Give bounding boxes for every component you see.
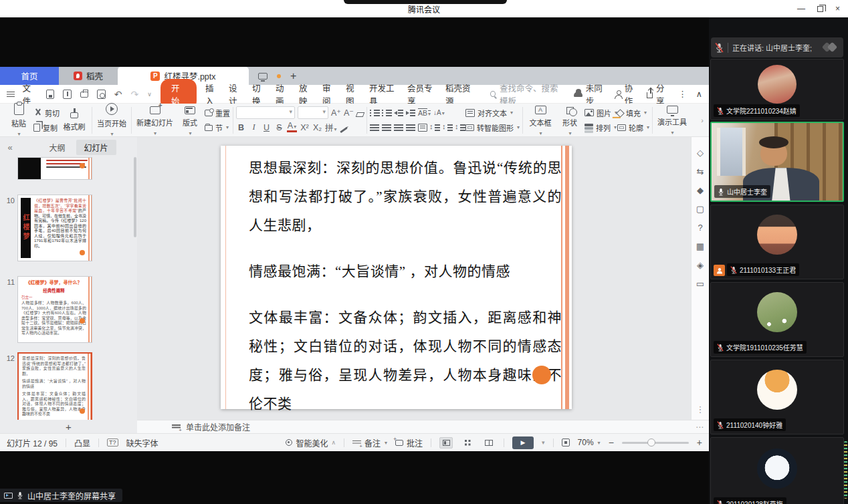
increase-indent-icon[interactable] bbox=[406, 109, 415, 116]
reading-view-button[interactable] bbox=[482, 437, 496, 449]
undo-icon[interactable]: ↶ bbox=[114, 89, 122, 100]
menu-tab-insert[interactable]: 插入 bbox=[205, 82, 220, 107]
superscript-button[interactable]: X² bbox=[300, 123, 310, 132]
fit-slide-icon[interactable] bbox=[562, 438, 570, 447]
redo-icon[interactable]: ↷ bbox=[131, 89, 139, 100]
format-painter-button[interactable]: 格式刷 bbox=[60, 108, 89, 132]
participant-tile-speaking[interactable]: 山中居士李奎 bbox=[710, 122, 844, 202]
present-tools-button[interactable]: 演示工具 bbox=[655, 104, 689, 136]
underline-button[interactable]: U bbox=[261, 123, 272, 132]
panel-collapse-icon[interactable]: « bbox=[0, 142, 20, 152]
italic-button[interactable]: I bbox=[249, 122, 259, 132]
bold-button[interactable]: B bbox=[236, 123, 246, 132]
outline-button[interactable]: 轮廓 bbox=[617, 121, 649, 134]
presenter-view-icon[interactable] bbox=[258, 73, 268, 80]
copy-button[interactable]: 复制 bbox=[33, 121, 60, 134]
missing-font-button[interactable]: 缺失字体 bbox=[126, 437, 158, 449]
paragraph-spacing-after-icon[interactable] bbox=[455, 124, 465, 131]
convert-smart-graphic-button[interactable]: 转智能图形 bbox=[465, 121, 520, 134]
menu-tab-transition[interactable]: 切换 bbox=[252, 82, 267, 107]
comment-button[interactable]: 批注 bbox=[395, 437, 423, 449]
new-slide-button[interactable]: 新建幻灯片 bbox=[134, 104, 175, 136]
decrease-font-button[interactable]: A⁻ bbox=[344, 108, 354, 118]
more-options-icon[interactable]: ⋮ bbox=[678, 89, 687, 99]
zoom-slider[interactable] bbox=[622, 442, 689, 444]
vertical-text-icon[interactable]: ↓A bbox=[433, 109, 445, 116]
normal-view-button[interactable] bbox=[439, 437, 453, 449]
new-tab-button[interactable]: + bbox=[290, 70, 296, 82]
font-family-select[interactable] bbox=[236, 106, 295, 119]
subscript-button[interactable]: X₂ bbox=[312, 123, 322, 132]
menu-tab-membership[interactable]: 会员专享 bbox=[407, 82, 437, 107]
ribbon-expander-icon[interactable]: › bbox=[701, 116, 705, 124]
menu-tab-slideshow[interactable]: 放映 bbox=[299, 82, 314, 107]
save-icon[interactable] bbox=[46, 90, 55, 99]
play-options-icon[interactable]: ▾ bbox=[542, 439, 545, 446]
participant-tile[interactable]: 2011020128赵燕梅 bbox=[710, 437, 844, 504]
font-size-select[interactable] bbox=[298, 106, 328, 119]
shapes-button[interactable]: 形状 bbox=[555, 104, 585, 136]
tab-slides[interactable]: 幻灯片 bbox=[76, 140, 116, 155]
decrease-indent-icon[interactable] bbox=[394, 109, 403, 116]
right-strip-icon-6[interactable]: ▦ bbox=[696, 241, 704, 251]
text-box-button[interactable]: A文本框 bbox=[526, 104, 555, 136]
right-strip-icon-4[interactable]: ▢ bbox=[696, 204, 704, 214]
zoom-in-button[interactable]: + bbox=[697, 437, 702, 448]
share-button[interactable]: 分享 bbox=[647, 82, 669, 107]
notes-toggle-button[interactable]: 备注 bbox=[352, 437, 387, 449]
sync-status-button[interactable]: 未同步 bbox=[574, 82, 606, 107]
menu-tab-devtools[interactable]: 开发工具 bbox=[369, 82, 399, 107]
distribute-text-icon[interactable] bbox=[418, 124, 427, 132]
smart-beautify-button[interactable]: 智能美化∧ bbox=[286, 437, 336, 449]
right-strip-icon-7[interactable]: ◈ bbox=[697, 260, 704, 270]
text-direction-icon[interactable]: AB bbox=[418, 109, 431, 117]
notes-more-icon[interactable]: ⋯ bbox=[696, 422, 709, 432]
thumbnail-slide-11[interactable]: 11 《红楼梦》寻梦，寻什么？ 经典性阐释 引言一 人物最多样：人物数量多，60… bbox=[0, 276, 137, 343]
cut-button[interactable]: 剪切 bbox=[33, 106, 60, 119]
notes-bar[interactable]: 单击此处添加备注 ⋯ bbox=[137, 420, 709, 433]
section-button[interactable]: 节 bbox=[205, 121, 230, 134]
highlighter-icon[interactable] bbox=[340, 126, 348, 132]
thumbnail-slide-10[interactable]: 10 红楼梦 《红楼梦》是曹雪芹“批阅十载，增删五次”，“字字看来皆是血，十年辛… bbox=[0, 195, 137, 261]
layout-button[interactable]: 版式 bbox=[175, 104, 205, 136]
numbered-list-icon[interactable] bbox=[382, 109, 391, 116]
slide-editor[interactable]: 思想最深刻：深刻的思想价值。鲁迅说“传统的思想和写法都打破了。”家族衰败，女性普… bbox=[137, 137, 691, 420]
close-icon[interactable]: × bbox=[835, 4, 840, 13]
line-spacing-icon[interactable] bbox=[430, 124, 440, 131]
zoom-slider-knob[interactable] bbox=[647, 438, 655, 447]
menu-tab-review[interactable]: 审阅 bbox=[322, 82, 337, 107]
justify-icon[interactable] bbox=[406, 124, 415, 131]
collaborate-button[interactable]: 协作 bbox=[615, 82, 637, 107]
paste-button[interactable]: 粘贴 bbox=[4, 103, 33, 137]
minimize-icon[interactable]: — bbox=[797, 4, 805, 13]
collapse-ribbon-icon[interactable]: ∧ bbox=[696, 89, 702, 99]
font-color-button[interactable]: A bbox=[287, 122, 297, 132]
increase-font-button[interactable]: A⁺ bbox=[331, 108, 341, 118]
pinyin-guide-button[interactable]: 拼 bbox=[325, 121, 337, 134]
right-strip-icon-2[interactable]: ⇆ bbox=[697, 166, 704, 176]
menu-tab-design[interactable]: 设计 bbox=[229, 82, 243, 107]
zoom-out-button[interactable]: − bbox=[609, 437, 614, 448]
arrange-button[interactable]: 排列 bbox=[585, 121, 617, 134]
slide-sorter-view-button[interactable] bbox=[461, 437, 474, 449]
clear-format-icon[interactable] bbox=[356, 112, 365, 117]
tab-outline[interactable]: 大纲 bbox=[41, 140, 73, 155]
menu-tab-view[interactable]: 视图 bbox=[346, 82, 360, 107]
quick-access-dropdown-icon[interactable]: ∨ bbox=[147, 91, 152, 98]
right-strip-icon-3[interactable]: ◆ bbox=[697, 185, 704, 195]
align-left-icon[interactable] bbox=[370, 124, 379, 131]
zoom-level-button[interactable]: 70% bbox=[578, 438, 601, 447]
command-search[interactable]: 查找命令、搜索模板 bbox=[490, 82, 565, 107]
restore-icon[interactable] bbox=[817, 6, 823, 12]
tab-docer[interactable]: 稻壳 bbox=[59, 67, 118, 85]
highlight-button[interactable]: 凸显 bbox=[74, 437, 90, 449]
align-text-button[interactable]: 对齐文本 bbox=[465, 106, 520, 119]
print-icon[interactable] bbox=[80, 92, 89, 98]
right-strip-icon-5[interactable]: ? bbox=[698, 223, 702, 233]
current-slide-canvas[interactable]: 思想最深刻：深刻的思想价值。鲁迅说“传统的思想和写法都打破了。”家族衰败，女性普… bbox=[221, 146, 572, 409]
align-right-icon[interactable] bbox=[394, 124, 403, 131]
participant-tile[interactable]: 2111010133王正君 bbox=[710, 205, 844, 279]
right-strip-icon-1[interactable]: ◇ bbox=[697, 148, 704, 158]
thumbnail-slide-12-selected[interactable]: 12 思想最深刻：深刻的思想价值。鲁迅说“传统的思想和写法都打破了。”家族衰败，… bbox=[0, 352, 137, 420]
hamburger-icon[interactable] bbox=[7, 91, 14, 98]
